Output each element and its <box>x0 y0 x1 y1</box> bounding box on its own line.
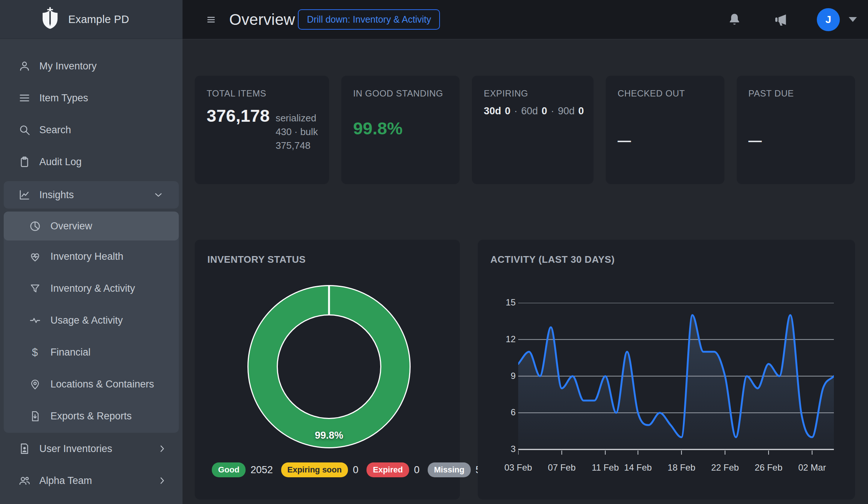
sidebar-item-search[interactable]: Search <box>0 114 183 146</box>
expiring-30d-label: 30d <box>484 105 501 117</box>
clipboard-icon <box>17 156 32 168</box>
sidebar-item-my-inventory[interactable]: My Inventory <box>0 50 183 82</box>
sidebar-item-audit-log[interactable]: Audit Log <box>0 146 183 178</box>
expiring-breakdown: 30d 0 · 60d 0 · 90d 0 <box>484 105 584 117</box>
chevron-down-icon <box>153 189 164 200</box>
sidebar-item-label: Overview <box>50 220 92 232</box>
y-tick-label: 9 <box>511 371 516 381</box>
donut-chart: 99.8% <box>247 285 411 448</box>
sidebar-group-insights: Insights <box>4 181 179 209</box>
legend-count: 0 <box>353 464 358 476</box>
sidebar-item-label: Audit Log <box>39 156 82 168</box>
legend-count: 0 <box>414 464 420 476</box>
stat-label: TOTAL ITEMS <box>207 88 319 99</box>
avatar-initial: J <box>825 14 831 26</box>
dollar-icon: $ <box>27 347 42 358</box>
stat-label: IN GOOD STANDING <box>353 88 450 99</box>
sidebar-item-label: Financial <box>50 347 91 358</box>
stat-value: — <box>618 133 714 148</box>
stat-card-total-items: TOTAL ITEMS 376,178 serialized 430 · bul… <box>195 76 329 184</box>
content: TOTAL ITEMS 376,178 serialized 430 · bul… <box>183 39 868 504</box>
expiring-30d-value: 0 <box>505 105 510 117</box>
sidebar-item-label: My Inventory <box>39 60 97 72</box>
y-tick-label: 12 <box>506 334 516 344</box>
sidebar-item-inventory-activity[interactable]: Inventory & Activity <box>4 272 179 304</box>
heart-pulse-icon <box>27 251 42 263</box>
sidebar-item-label: Usage & Activity <box>50 315 123 326</box>
sidebar-item-financial[interactable]: $ Financial <box>4 336 179 368</box>
hamburger-menu-icon[interactable] <box>206 14 217 25</box>
drill-down-button[interactable]: Drill down: Inventory & Activity <box>298 9 440 30</box>
y-axis-labels: 3691215 <box>499 240 516 500</box>
sidebar-item-label: Search <box>39 124 71 136</box>
chevron-right-icon <box>157 443 168 454</box>
people-icon <box>17 474 32 487</box>
legend-item-good: Good 2052 <box>212 462 273 477</box>
donut-legend: Good 2052 Expiring soon 0 Expired 0 Miss… <box>212 462 489 477</box>
sidebar-item-label: Inventory & Activity <box>50 283 135 294</box>
person-icon <box>17 60 32 72</box>
separator: · <box>551 105 554 117</box>
sidebar-item-label: Item Types <box>39 92 88 104</box>
stat-value: 99.8% <box>353 120 402 137</box>
legend-pill-good[interactable]: Good <box>212 462 246 477</box>
panel-title: INVENTORY STATUS <box>207 254 306 265</box>
sidebar-item-label: Locations & Containers <box>50 379 154 390</box>
legend-item-expired: Expired 0 <box>366 462 420 477</box>
expiring-90d-value: 0 <box>578 105 584 117</box>
x-tick-label: 14 Feb <box>624 462 652 473</box>
stats-row: TOTAL ITEMS 376,178 serialized 430 · bul… <box>195 76 855 184</box>
sidebar-item-inventory-health[interactable]: Inventory Health <box>4 240 179 272</box>
sidebar-item-locations-containers[interactable]: Locations & Containers <box>4 368 179 400</box>
sidebar: Example PD My Inventory Item Types Searc… <box>0 0 183 504</box>
sidebar-item-item-types[interactable]: Item Types <box>0 82 183 114</box>
shield-sword-logo-icon <box>42 7 59 32</box>
sidebar-item-label: Exports & Reports <box>50 410 132 422</box>
sidebar-item-usage-activity[interactable]: Usage & Activity <box>4 304 179 336</box>
megaphone-icon[interactable] <box>772 12 789 27</box>
insights-submenu: Overview Inventory Health Inventory & Ac… <box>4 212 179 433</box>
activity-panel: ACTIVITY (LAST 30 DAYS) 3691215 03 Feb07… <box>478 240 855 500</box>
sidebar-item-alpha-team[interactable]: Alpha Team <box>0 465 183 497</box>
main-area: Overview Drill down: Inventory & Activit… <box>183 0 868 504</box>
legend-pill-expired[interactable]: Expired <box>366 462 409 477</box>
stat-sub-value: serialized 430 · bulk 375,748 <box>276 111 319 153</box>
bell-icon[interactable] <box>727 12 742 27</box>
x-axis-labels: 03 Feb07 Feb11 Feb14 Feb18 Feb22 Feb26 F… <box>518 462 834 474</box>
avatar[interactable]: J <box>817 8 840 31</box>
pie-chart-icon <box>27 220 42 232</box>
sidebar-nav: My Inventory Item Types Search Audit Log <box>0 39 183 497</box>
chevron-right-icon <box>157 475 168 486</box>
legend-pill-expiring-soon[interactable]: Expiring soon <box>281 462 348 477</box>
stat-value: — <box>749 133 845 148</box>
legend-item-expiring-soon: Expiring soon 0 <box>281 462 359 477</box>
stat-label: CHECKED OUT <box>618 88 714 99</box>
panels-row: INVENTORY STATUS 99.8% Good 2052 <box>195 240 855 500</box>
sidebar-item-user-inventories[interactable]: User Inventories <box>0 433 183 465</box>
legend-pill-missing[interactable]: Missing <box>428 462 471 477</box>
stat-card-past-due: PAST DUE — <box>737 76 855 184</box>
sidebar-item-exports-reports[interactable]: Exports & Reports <box>4 400 179 432</box>
sidebar-item-insights[interactable]: Insights <box>4 181 179 209</box>
sidebar-item-label: Alpha Team <box>39 475 92 487</box>
page-title: Overview <box>229 11 295 29</box>
funnel-icon <box>27 282 42 295</box>
topbar: Overview Drill down: Inventory & Activit… <box>183 0 868 39</box>
stat-card-checked-out: CHECKED OUT — <box>606 76 724 184</box>
topbar-actions: J <box>727 8 857 31</box>
chevron-down-icon[interactable] <box>849 17 857 22</box>
expiring-60d-value: 0 <box>542 105 547 117</box>
legend-count: 2052 <box>250 464 273 476</box>
sidebar-header: Example PD <box>0 0 183 39</box>
stat-label: EXPIRING <box>484 88 584 99</box>
x-tick-label: 07 Feb <box>548 462 576 473</box>
line-chart-icon <box>17 189 32 201</box>
y-tick-label: 15 <box>506 297 516 308</box>
brand-name: Example PD <box>68 13 129 26</box>
id-card-icon <box>17 442 32 455</box>
inventory-status-panel: INVENTORY STATUS 99.8% Good 2052 <box>195 240 460 500</box>
x-tick-label: 18 Feb <box>668 462 696 473</box>
sidebar-item-label: User Inventories <box>39 443 112 455</box>
file-download-icon <box>27 410 42 422</box>
sidebar-item-overview[interactable]: Overview <box>4 212 179 240</box>
